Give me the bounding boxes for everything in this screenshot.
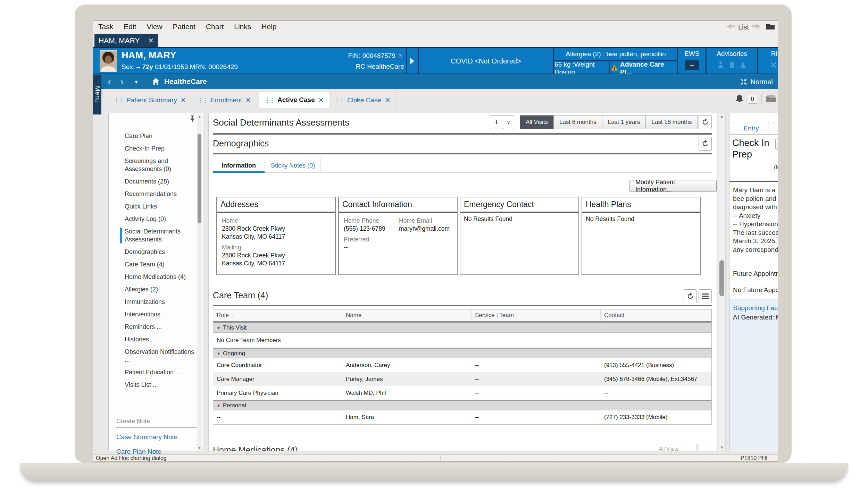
menu-chart[interactable]: Chart xyxy=(201,21,229,31)
sidebar-item-observation-notifications[interactable]: Observation Notifications ... xyxy=(125,348,196,364)
menu-icon[interactable] xyxy=(699,289,712,303)
column-header-name[interactable]: Name xyxy=(342,309,471,321)
advisories-section[interactable]: Advisories xyxy=(707,48,757,74)
refresh-icon[interactable] xyxy=(699,137,712,151)
forward-icon[interactable]: › xyxy=(120,76,124,87)
add-tab-button[interactable]: + xyxy=(355,95,360,105)
home-view-label[interactable]: HealtheCare xyxy=(164,77,207,86)
care-team-row[interactable]: Primary Care PhysicianWalsh MD, Phil---- xyxy=(213,386,711,400)
sidebar-item-allergies-2[interactable]: Allergies (2) xyxy=(125,286,196,293)
notification-count-badge[interactable]: 0 xyxy=(748,95,757,104)
sidebar-item-activity-log-0[interactable]: Activity Log (0) xyxy=(125,215,196,223)
menu-links[interactable]: Links xyxy=(229,21,256,31)
list-forward-icon[interactable] xyxy=(752,24,760,31)
sidebar-item-recommendations[interactable]: Recommendations xyxy=(125,190,196,198)
group-row-this-visit[interactable]: ▼This Visit xyxy=(213,322,711,333)
menu-patient[interactable]: Patient xyxy=(168,21,201,31)
menu-help[interactable]: Help xyxy=(256,21,282,31)
refresh-icon[interactable] xyxy=(684,289,697,303)
menu-button[interactable] xyxy=(699,444,711,451)
scroll-down-icon[interactable]: ▼ xyxy=(198,446,201,450)
modify-patient-information-button[interactable]: Modify Patient Information... xyxy=(629,180,717,192)
filter-all-visits[interactable]: All Visits xyxy=(520,115,554,129)
drag-handle-icon: ⋮⋮ xyxy=(197,96,207,104)
app-screen: TaskEditViewPatientChartLinksHelp List H… xyxy=(93,21,778,461)
chart-tab-active-case[interactable]: ⋮⋮Active Case✕ xyxy=(259,92,329,108)
back-icon[interactable]: ‹ xyxy=(108,76,111,87)
bell-icon[interactable] xyxy=(735,94,744,104)
filter-last-6-months[interactable]: Last 6 months xyxy=(554,115,602,129)
add-dropdown-icon[interactable]: ∨ xyxy=(503,115,514,129)
close-icon[interactable]: ✕ xyxy=(385,96,390,104)
sidebar-item-social-determinants-assessments[interactable]: Social Determinants Assessments xyxy=(125,228,196,244)
care-team-row[interactable]: Care ManagerPurley, James--(345) 678-346… xyxy=(213,372,711,386)
sidebar-item-care-plan[interactable]: Care Plan xyxy=(125,132,196,140)
tab-information[interactable]: Information xyxy=(213,158,265,173)
patient-photo[interactable] xyxy=(100,50,117,72)
risks-section[interactable]: Risks xyxy=(758,48,778,74)
sidebar-item-screenings-and-assessments-0[interactable]: Screenings and Assessments (0) xyxy=(125,157,196,173)
supporting-facts-link[interactable]: Supporting Facts xyxy=(733,304,778,312)
tab-second[interactable]: C xyxy=(772,122,778,135)
main-scrollbar[interactable]: ▲ ▼ xyxy=(718,113,726,451)
menu-task[interactable]: Task xyxy=(93,21,118,31)
close-icon[interactable]: ✕ xyxy=(245,96,251,104)
tab-sticky-notes[interactable]: Sticky Notes (0) xyxy=(265,158,321,173)
sidebar-item-check-in-prep[interactable]: Check-In Prep xyxy=(125,145,196,153)
column-header-contact[interactable]: Contact xyxy=(601,309,711,321)
home-icon[interactable] xyxy=(151,77,160,87)
care-team-row[interactable]: --Ham, Sara--(727) 233-3333 (Mobile) xyxy=(213,410,711,424)
chart-tab-patient-summary[interactable]: ⋮⋮Patient Summary✕ xyxy=(108,92,191,108)
menu-view[interactable]: View xyxy=(141,21,167,31)
scroll-down-icon[interactable]: ▼ xyxy=(720,445,724,450)
group-row-personal[interactable]: ▼Personal xyxy=(213,400,711,410)
menu-edit[interactable]: Edit xyxy=(118,21,141,31)
scroll-up-icon[interactable]: ▲ xyxy=(198,114,201,119)
sidebar-item-histories[interactable]: Histories ... xyxy=(125,335,196,343)
group-row-ongoing[interactable]: ▼Ongoing xyxy=(213,348,711,358)
chart-tab-enrollment[interactable]: ⋮⋮Enrollment✕ xyxy=(192,92,256,108)
close-icon[interactable]: ✕ xyxy=(318,96,324,104)
filter-last-18-months[interactable]: Last 18 months xyxy=(646,115,698,129)
refresh-icon[interactable] xyxy=(699,115,712,129)
sidebar-item-visits-list[interactable]: Visits List ... xyxy=(125,381,196,389)
sidebar-item-care-team-4[interactable]: Care Team (4) xyxy=(125,261,196,269)
advance-care-plan[interactable]: Advance Care Pl... xyxy=(611,62,677,74)
sidebar-scrollbar[interactable]: ▲ ▼ xyxy=(197,114,202,451)
column-header-role[interactable]: Role ↑ xyxy=(213,309,342,321)
pin-icon[interactable] xyxy=(190,115,195,124)
patient-tab[interactable]: HAM, MARY ✕ xyxy=(94,34,158,47)
media-icon[interactable] xyxy=(766,94,776,104)
add-button[interactable] xyxy=(684,444,696,451)
clipped-button[interactable] xyxy=(775,138,778,150)
scrollbar-thumb[interactable] xyxy=(719,260,724,296)
banner-expand-button[interactable] xyxy=(407,48,418,74)
close-icon[interactable]: ✕ xyxy=(181,96,186,104)
tab-entry[interactable]: Entry xyxy=(733,122,769,135)
filter-last-1-years[interactable]: Last 1 years xyxy=(602,115,646,129)
close-icon[interactable]: ✕ xyxy=(148,36,154,45)
ews-section[interactable]: EWS -- xyxy=(678,48,706,74)
weight-dosing[interactable]: 65 kg :Weight Dosing xyxy=(554,62,610,74)
chart-tab-close-case[interactable]: ⋮⋮Close Case✕ xyxy=(329,92,395,108)
allergies-summary[interactable]: Allergies (2) : bee pollen, penicillin xyxy=(554,48,677,61)
sidebar-item-patient-education[interactable]: Patient Education ... xyxy=(125,368,196,376)
sidebar-item-demographics[interactable]: Demographics xyxy=(125,248,196,256)
add-assessment-button[interactable]: + xyxy=(490,115,503,129)
sidebar-item-immunizations[interactable]: Immunizations xyxy=(125,298,196,306)
menu-vertical-tab[interactable]: Menu xyxy=(93,75,101,114)
history-dropdown-icon[interactable]: ▼ xyxy=(134,79,139,85)
sidebar-item-interventions[interactable]: Interventions xyxy=(125,310,196,318)
care-team-row[interactable]: Care CoordinatorAnderson, Carey--(913) 5… xyxy=(213,358,711,372)
scroll-up-icon[interactable]: ▲ xyxy=(720,114,724,119)
list-back-icon[interactable] xyxy=(727,24,735,31)
folder-icon[interactable] xyxy=(766,23,775,31)
view-mode-control[interactable]: Normal xyxy=(740,78,773,86)
column-header-service-team[interactable]: Service | Team xyxy=(471,309,601,321)
note-link-case-summary-note[interactable]: Case Summary Note xyxy=(116,433,197,441)
sidebar-item-documents-28[interactable]: Documents (28) xyxy=(125,178,196,186)
sidebar-item-reminders[interactable]: Reminders ... xyxy=(125,323,196,331)
scrollbar-thumb[interactable] xyxy=(198,134,201,223)
sidebar-item-quick-links[interactable]: Quick Links xyxy=(125,203,196,211)
sidebar-item-home-medications-4[interactable]: Home Medications (4) xyxy=(125,273,196,281)
